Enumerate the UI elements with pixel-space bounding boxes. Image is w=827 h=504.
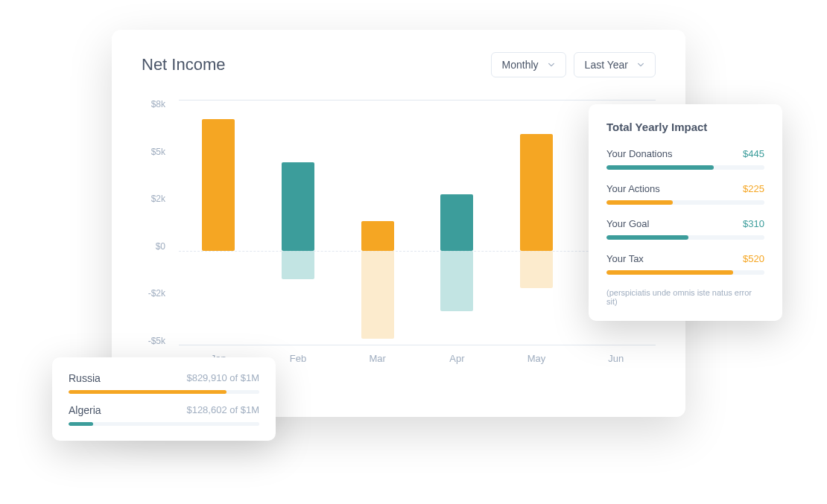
period-select[interactable]: Monthly <box>491 52 566 77</box>
bar-positive <box>520 134 553 250</box>
metric-label: Your Donations <box>606 148 672 159</box>
country-value: $829,910 of $1M <box>186 372 259 384</box>
progress-track <box>606 270 764 275</box>
bar-slot <box>497 101 577 345</box>
impact-card: Total Yearly Impact Your Donations$445Yo… <box>589 104 782 321</box>
metric-label: Your Goal <box>606 218 649 229</box>
period-select-label: Monthly <box>502 59 539 71</box>
bar-negative <box>520 251 553 288</box>
progress-track <box>606 235 764 240</box>
y-axis: $8k $5k $2k $0 -$2k -$5k <box>142 100 171 345</box>
country-bar-track <box>69 390 259 394</box>
select-group: Monthly Last Year <box>491 52 656 77</box>
metric-value: $445 <box>743 148 764 159</box>
y-tick: $2k <box>142 194 165 203</box>
y-tick: $5k <box>142 147 165 156</box>
country-name: Russia <box>69 372 101 384</box>
bar-slot <box>179 101 259 345</box>
chevron-down-icon <box>637 61 644 68</box>
country-bar-fill <box>69 390 226 394</box>
x-tick: May <box>497 353 577 375</box>
countries-card: Russia$829,910 of $1MAlgeria$128,602 of … <box>52 357 276 441</box>
impact-title: Total Yearly Impact <box>606 121 764 133</box>
metric-label: Your Actions <box>606 183 660 194</box>
y-tick: -$5k <box>142 336 165 345</box>
bar-positive <box>361 221 394 251</box>
progress-fill <box>606 200 673 205</box>
impact-metric: Your Actions$225 <box>606 183 764 205</box>
metric-value: $520 <box>743 253 764 264</box>
impact-list: Your Donations$445Your Actions$225Your G… <box>606 148 764 275</box>
bar-slot <box>417 101 497 345</box>
bars-container <box>179 101 656 345</box>
y-tick: -$2k <box>142 289 165 298</box>
metric-value: $225 <box>743 183 764 194</box>
plot-area <box>179 100 656 345</box>
bar-positive <box>440 194 473 251</box>
impact-metric: Your Donations$445 <box>606 148 764 170</box>
bar-positive <box>282 162 314 251</box>
range-select-label: Last Year <box>585 59 628 71</box>
bar-slot <box>338 101 417 345</box>
card-title: Net Income <box>142 55 226 74</box>
progress-track <box>606 200 764 205</box>
metric-value: $310 <box>743 218 764 229</box>
impact-metric: Your Goal$310 <box>606 218 764 240</box>
metric-label: Your Tax <box>606 253 644 264</box>
bar-slot <box>259 101 338 345</box>
countries-list: Russia$829,910 of $1MAlgeria$128,602 of … <box>69 372 259 426</box>
country-item: Algeria$128,602 of $1M <box>69 404 259 426</box>
x-tick: Apr <box>417 353 497 375</box>
chart-area: $8k $5k $2k $0 -$2k -$5k Jan Feb Mar Apr… <box>142 100 656 375</box>
country-value: $128,602 of $1M <box>186 404 259 416</box>
progress-fill <box>606 165 714 170</box>
y-tick: $0 <box>142 242 165 251</box>
bar-negative <box>282 251 314 279</box>
bar-positive <box>202 119 235 251</box>
y-tick: $8k <box>142 100 165 109</box>
bar-negative <box>361 251 394 339</box>
x-tick: Mar <box>338 353 417 375</box>
progress-fill <box>606 270 733 275</box>
impact-metric: Your Tax$520 <box>606 253 764 275</box>
progress-fill <box>606 235 688 240</box>
country-bar-fill <box>69 422 93 426</box>
impact-note: (perspiciatis unde omnis iste natus erro… <box>606 288 764 306</box>
chevron-down-icon <box>548 61 555 68</box>
country-bar-track <box>69 422 259 426</box>
country-item: Russia$829,910 of $1M <box>69 372 259 394</box>
x-tick: Jun <box>576 353 656 375</box>
range-select[interactable]: Last Year <box>574 52 656 77</box>
progress-track <box>606 165 764 170</box>
country-name: Algeria <box>69 404 101 416</box>
bar-negative <box>440 251 473 311</box>
card-header: Net Income Monthly Last Year <box>142 52 656 77</box>
